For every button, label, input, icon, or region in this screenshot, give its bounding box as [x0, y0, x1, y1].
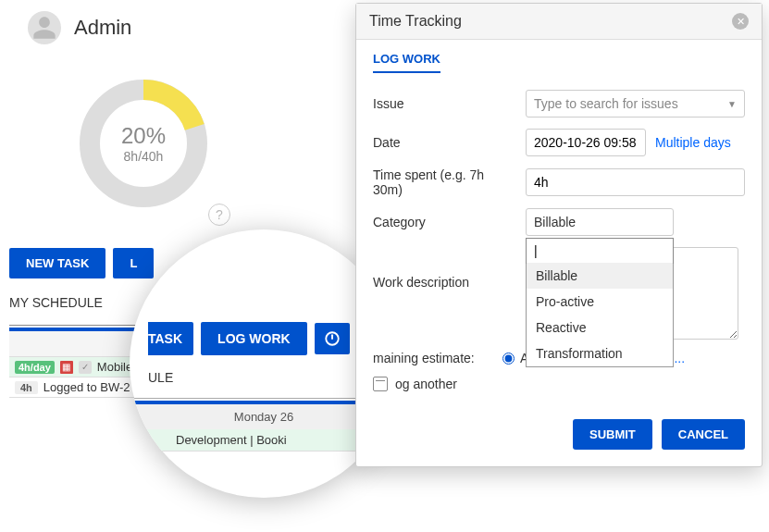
issue-select[interactable]: Type to search for issues ▼ [526, 90, 745, 118]
category-select[interactable]: Billable [526, 208, 674, 236]
avatar [28, 11, 61, 44]
category-label: Category [373, 215, 516, 229]
cancel-button[interactable]: CANCEL [662, 419, 745, 450]
remaining-estimate-label: maining estimate: [373, 351, 493, 365]
category-option[interactable]: Pro-active [527, 289, 673, 315]
category-search-input[interactable] [527, 239, 673, 263]
progress-donut: 20% 8h/40h [74, 74, 213, 213]
submit-button[interactable]: SUBMIT [573, 419, 652, 450]
date-input[interactable] [526, 129, 646, 156]
progress-percent: 20% [121, 123, 166, 149]
dialog-title: Time Tracking [369, 13, 462, 30]
page-title: Admin [74, 16, 131, 40]
log-another-label: og another [395, 377, 457, 391]
category-option[interactable]: Transformation [527, 340, 673, 366]
log-work-button-partial[interactable]: L [113, 248, 154, 278]
dialog-footer: SUBMIT CANCEL [356, 410, 762, 466]
issue-label: Issue [373, 96, 516, 111]
category-option[interactable]: Reactive [527, 315, 673, 340]
timer-icon [324, 330, 341, 347]
new-task-button[interactable]: NEW TASK [9, 248, 105, 278]
date-label: Date [373, 135, 516, 150]
task-button-zoom[interactable]: TASK [148, 322, 193, 355]
person-icon [31, 15, 57, 41]
category-dropdown: Billable Pro-active Reactive Transformat… [526, 238, 674, 367]
timer-button[interactable] [315, 323, 350, 354]
time-tracking-dialog: Time Tracking ✕ LOG WORK Issue Type to s… [355, 3, 763, 467]
help-icon[interactable]: ? [208, 204, 230, 226]
time-spent-label: Time spent (e.g. 7h 30m) [373, 167, 516, 197]
hours-badge: 4h/day [15, 361, 55, 374]
log-work-button-zoom[interactable]: LOG WORK [201, 322, 307, 355]
dialog-header: Time Tracking ✕ [356, 4, 762, 40]
multiple-days-link[interactable]: Multiple days [655, 135, 731, 150]
tab-log-work[interactable]: LOG WORK [373, 52, 440, 73]
work-desc-label: Work description [373, 247, 516, 290]
hours-badge: 4h [15, 381, 38, 394]
chevron-down-icon: ▼ [727, 99, 737, 109]
progress-hours: 8h/40h [121, 149, 166, 164]
calendar-icon [373, 377, 388, 391]
log-text: Logged to BW-2 [43, 380, 130, 394]
adjust-auto-radio[interactable] [502, 353, 515, 365]
check-icon: ✓ [79, 361, 92, 374]
calendar-icon: ▦ [60, 361, 73, 374]
close-icon[interactable]: ✕ [732, 13, 749, 30]
time-spent-input[interactable] [526, 168, 745, 196]
category-option[interactable]: Billable [527, 263, 673, 289]
